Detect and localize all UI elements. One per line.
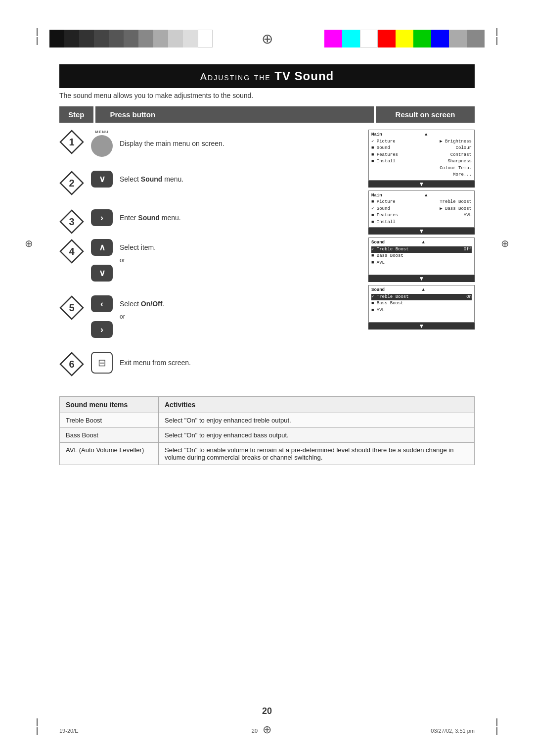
step-1-content: MENU Display the main menu on screen. xyxy=(91,130,224,157)
screen-4-wrapper: Sound ▲ ✓ Treble BoostOn ■ Bass Boost ■ … xyxy=(368,285,475,330)
v-button[interactable]: ∨ xyxy=(91,171,113,188)
left-tick-bottom xyxy=(37,37,38,45)
step-2-row: 2 ∨ Select Sound menu. xyxy=(59,171,363,195)
step-4-or-area: or xyxy=(91,257,156,264)
table-row: Treble Boost Select "On" to enjoy enhanc… xyxy=(60,413,475,428)
activity-treble-boost: Select "On" to enjoy enhanced treble out… xyxy=(159,413,475,428)
screen-2-row2: ✓ Sound▶ Bass Boost xyxy=(371,206,472,213)
swatch-4 xyxy=(94,30,109,47)
or-label-4: or xyxy=(120,257,125,264)
screen-3-footer: ▼ xyxy=(368,275,475,282)
step-5-row: 5 ‹ Select On/Off. or › xyxy=(59,295,363,338)
screen-2: Main ▲ ■ PictureTreble Boost ✓ Sound▶ Ba… xyxy=(368,190,475,228)
column-headers: Step Press button Result on screen xyxy=(59,106,475,123)
exit-button[interactable]: ⊟ xyxy=(91,352,113,374)
screen-3: Sound ▲ ✓ Treble BoostOff ■ Bass Boost ■… xyxy=(368,237,475,275)
screen-1-wrapper: Main ▲ ✓ Picture▶ Brightness ■ SoundColo… xyxy=(368,130,475,188)
step-5-or-area: or xyxy=(91,313,164,320)
color-swatch-gray xyxy=(449,30,467,47)
swatch-2 xyxy=(64,30,79,47)
color-swatch-white xyxy=(360,30,378,47)
screen-3-title: Sound ▲ xyxy=(371,239,472,246)
screen-4-row3: ■ AVL xyxy=(371,307,472,314)
color-swatch-blue xyxy=(431,30,449,47)
bottom-left-tick-1 xyxy=(37,718,38,726)
step-5-text: Select On/Off. xyxy=(120,300,164,308)
step-header-cell: Step xyxy=(59,106,93,123)
step-5-label: 5 xyxy=(69,302,74,314)
step-3-text: Enter Sound menu. xyxy=(120,214,181,222)
steps-screens-layout: 1 MENU Display the main menu on screen. xyxy=(59,130,475,386)
step-2-text: Select Sound menu. xyxy=(120,175,183,183)
activity-avl: Select "On" to enable volume to remain a… xyxy=(159,443,475,465)
step-4-label: 4 xyxy=(69,246,74,257)
step-2-number: 2 xyxy=(59,171,84,195)
swatch-7 xyxy=(138,30,153,47)
screen-2-row3: ■ FeaturesAVL xyxy=(371,212,472,219)
item-bass-boost: Bass Boost xyxy=(60,428,159,443)
step-4-number: 4 xyxy=(59,239,84,264)
swatch-9 xyxy=(168,30,183,47)
color-swatch-yellow xyxy=(396,30,413,47)
footer-left: 19-20/E xyxy=(59,728,79,734)
step-1-label: 1 xyxy=(69,137,74,148)
step-6-number: 6 xyxy=(59,352,84,377)
screen-2-row4: ■ Install xyxy=(371,219,472,226)
right-crosshair-icon: ⊕ xyxy=(501,237,509,249)
screen-1-row4: ■ InstallSharpness xyxy=(371,158,472,165)
top-bar-area: ⊕ xyxy=(0,30,534,47)
color-swatch-magenta xyxy=(324,30,342,47)
menu-button[interactable]: MENU xyxy=(91,130,113,157)
swatch-11 xyxy=(198,30,213,47)
sound-menu-table: Sound menu items Activities Treble Boost… xyxy=(59,396,475,465)
screen-4-row1: ✓ Treble BoostOn xyxy=(371,294,472,301)
step-1-text: Display the main menu on screen. xyxy=(120,140,224,147)
screen-1-row2: ■ SoundColour xyxy=(371,145,472,152)
item-avl: AVL (Auto Volume Leveller) xyxy=(60,443,159,465)
left-crosshair-icon: ⊕ xyxy=(25,237,33,249)
title-bold: TV Sound xyxy=(274,69,334,83)
step-3-bold: Sound xyxy=(138,214,160,222)
screen-4-spacer xyxy=(371,314,472,321)
menu-button-circle[interactable] xyxy=(91,135,113,157)
activity-bass-boost: Select "On" to enjoy enhanced bass outpu… xyxy=(159,428,475,443)
step-6-label: 6 xyxy=(69,359,74,370)
screen-2-footer: ▼ xyxy=(368,228,475,235)
steps-instructions: 1 MENU Display the main menu on screen. xyxy=(59,130,363,386)
footer-info: 19-20/E 20 03/27/02, 3:51 pm xyxy=(59,728,475,734)
right-tick-top xyxy=(496,28,497,36)
table-row: AVL (Auto Volume Leveller) Select "On" t… xyxy=(60,443,475,465)
grayscale-bar xyxy=(49,30,213,47)
bottom-left-tick-2 xyxy=(37,727,38,735)
table-header-activities: Activities xyxy=(159,397,475,413)
menu-button-label: MENU xyxy=(95,130,109,134)
screen-4-title: Sound ▲ xyxy=(371,287,472,294)
color-swatch-green xyxy=(413,30,431,47)
or-label-5: or xyxy=(120,313,125,320)
step-5-bold: On/Off xyxy=(141,300,163,308)
screen-1: Main ▲ ✓ Picture▶ Brightness ■ SoundColo… xyxy=(368,130,475,181)
item-treble-boost: Treble Boost xyxy=(60,413,159,428)
gt-button[interactable]: › xyxy=(91,209,113,226)
main-content: Step Press button Result on screen 1 MEN… xyxy=(59,106,475,657)
step-3-number: 3 xyxy=(59,209,84,234)
v-button-4[interactable]: ∨ xyxy=(91,265,113,282)
center-crosshair-icon: ⊕ xyxy=(262,31,273,47)
screen-4: Sound ▲ ✓ Treble BoostOn ■ Bass Boost ■ … xyxy=(368,285,475,323)
swatch-6 xyxy=(124,30,138,47)
step-2-content: ∨ Select Sound menu. xyxy=(91,171,183,188)
table-row: Bass Boost Select "On" to enjoy enhanced… xyxy=(60,428,475,443)
step-6-content: ⊟ Exit menu from screen. xyxy=(91,352,191,374)
subtitle: The sound menu allows you to make adjust… xyxy=(59,92,253,99)
left-tick-top xyxy=(37,28,38,36)
step-3-row: 3 › Enter Sound menu. xyxy=(59,209,363,234)
caret-up-button[interactable]: ∧ xyxy=(91,239,113,256)
step-1-number: 1 xyxy=(59,130,84,154)
gt-button-5[interactable]: › xyxy=(91,321,113,338)
lt-button[interactable]: ‹ xyxy=(91,295,113,312)
screen-2-wrapper: Main ▲ ■ PictureTreble Boost ✓ Sound▶ Ba… xyxy=(368,190,475,235)
step-4-content: ∧ Select item. or ∨ xyxy=(91,239,156,282)
step-3-content: › Enter Sound menu. xyxy=(91,209,181,226)
screen-3-row3: ■ AVL xyxy=(371,260,472,267)
press-header-cell: Press button xyxy=(95,106,374,123)
